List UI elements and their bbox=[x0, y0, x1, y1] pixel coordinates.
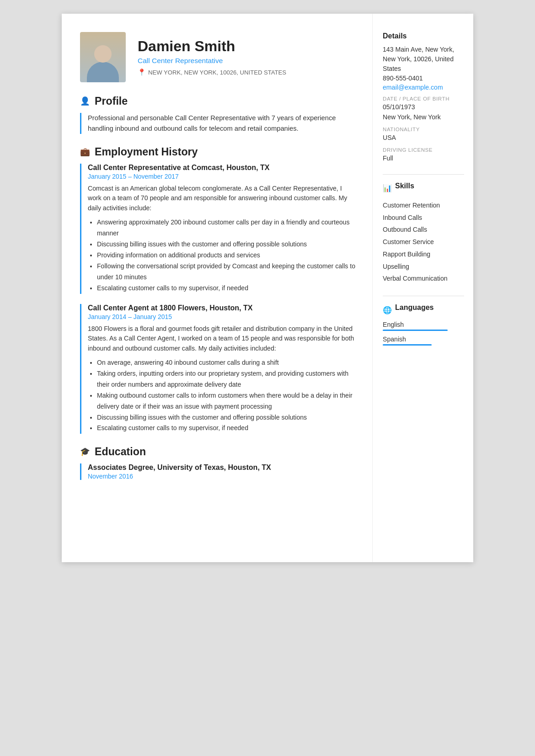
languages-list: EnglishSpanish bbox=[383, 321, 464, 346]
detail-nationality: USA bbox=[383, 133, 464, 143]
main-column: Damien Smith Call Center Representative … bbox=[62, 14, 373, 562]
skill-item: Customer Retention bbox=[383, 199, 464, 212]
skills-icon: 📊 bbox=[383, 184, 392, 192]
detail-phone: 890-555-0401 bbox=[383, 74, 464, 83]
profile-text: Professional and personable Call Center … bbox=[80, 113, 356, 134]
job-title-1: Call Center Representative at Comcast, H… bbox=[88, 164, 356, 172]
dob-label: DATE / PLACE OF BIRTH bbox=[383, 96, 464, 101]
education-section: 🎓 Education Associates Degree, Universit… bbox=[80, 446, 356, 480]
job-dates-1: January 2015 – November 2017 bbox=[88, 173, 356, 180]
candidate-location: 📍 NEW YORK, NEW YORK, 10026, UNITED STAT… bbox=[138, 69, 356, 76]
languages-icon: 🌐 bbox=[383, 306, 392, 314]
skills-title: Skills bbox=[395, 182, 414, 190]
bullet-item: Taking orders, inputting orders into our… bbox=[97, 368, 356, 390]
skill-item: Verbal Communication bbox=[383, 272, 464, 285]
skill-item: Rapport Building bbox=[383, 248, 464, 261]
edu-date-1: November 2016 bbox=[88, 473, 356, 480]
profile-section: 👤 Profile Professional and personable Ca… bbox=[80, 95, 356, 134]
driving-label: DRIVING LICENSE bbox=[383, 147, 464, 153]
header-info: Damien Smith Call Center Representative … bbox=[138, 38, 356, 76]
skill-item: Upselling bbox=[383, 261, 464, 273]
language-item: English bbox=[383, 321, 464, 331]
profile-icon: 👤 bbox=[80, 96, 90, 106]
skill-item: Customer Service bbox=[383, 236, 464, 248]
detail-driving: Full bbox=[383, 154, 464, 163]
detail-address: 143 Main Ave, New York, New York, 10026,… bbox=[383, 45, 464, 74]
header-section: Damien Smith Call Center Representative … bbox=[80, 32, 356, 82]
resume-document: Damien Smith Call Center Representative … bbox=[62, 14, 473, 562]
language-bar bbox=[383, 330, 448, 331]
detail-dob: 05/10/1973 bbox=[383, 102, 464, 112]
language-bar bbox=[383, 344, 432, 346]
bullet-item: Providing information on additional prod… bbox=[97, 250, 356, 261]
skills-title-row: 📊 Skills bbox=[383, 182, 464, 195]
employment-icon: 💼 bbox=[80, 147, 90, 157]
bullet-item: On average, answering 40 inbound custome… bbox=[97, 357, 356, 368]
details-title: Details bbox=[383, 32, 464, 40]
edu-block-1: Associates Degree, University of Texas, … bbox=[80, 463, 356, 480]
job-bullets-2: On average, answering 40 inbound custome… bbox=[88, 357, 356, 434]
job-dates-2: January 2014 – January 2015 bbox=[88, 313, 356, 320]
profile-section-title: Profile bbox=[95, 95, 128, 107]
skills-list: Customer RetentionInbound CallsOutbound … bbox=[383, 199, 464, 285]
job-block-2: Call Center Agent at 1800 Flowers, Houst… bbox=[80, 304, 356, 434]
location-icon: 📍 bbox=[138, 69, 146, 76]
sidebar-divider-1 bbox=[383, 174, 464, 175]
education-section-title: Education bbox=[95, 446, 146, 458]
skill-item: Outbound Calls bbox=[383, 224, 464, 236]
detail-email[interactable]: email@example.com bbox=[383, 84, 443, 91]
sidebar-column: Details 143 Main Ave, New York, New York… bbox=[373, 14, 473, 562]
employment-title-row: 💼 Employment History bbox=[80, 146, 356, 158]
sidebar-divider-2 bbox=[383, 296, 464, 296]
avatar bbox=[80, 32, 126, 82]
details-section: Details 143 Main Ave, New York, New York… bbox=[383, 32, 464, 163]
skills-section: 📊 Skills Customer RetentionInbound Calls… bbox=[383, 182, 464, 285]
bullet-item: Answering approximately 200 inbound cust… bbox=[97, 217, 356, 239]
languages-title-row: 🌐 Languages bbox=[383, 303, 464, 316]
language-name: English bbox=[383, 321, 464, 328]
language-item: Spanish bbox=[383, 335, 464, 346]
job-bullets-1: Answering approximately 200 inbound cust… bbox=[88, 217, 356, 293]
bullet-item: Discussing billing issues with the custo… bbox=[97, 412, 356, 423]
employment-section-title: Employment History bbox=[95, 146, 198, 158]
bullet-item: Escalating customer calls to my supervis… bbox=[97, 423, 356, 434]
nationality-label: NATIONALITY bbox=[383, 127, 464, 132]
job-desc-2: 1800 Flowers is a floral and gourmet foo… bbox=[88, 324, 356, 354]
languages-title: Languages bbox=[395, 303, 433, 312]
job-block-1: Call Center Representative at Comcast, H… bbox=[80, 164, 356, 294]
job-title-2: Call Center Agent at 1800 Flowers, Houst… bbox=[88, 304, 356, 312]
candidate-title: Call Center Representative bbox=[138, 57, 356, 65]
bullet-item: Following the conversational script prov… bbox=[97, 261, 356, 283]
candidate-name: Damien Smith bbox=[138, 38, 356, 55]
language-name: Spanish bbox=[383, 335, 464, 343]
job-desc-1: Comcast is an American global telecom co… bbox=[88, 184, 356, 213]
bullet-item: Escalating customer calls to my supervis… bbox=[97, 283, 356, 294]
detail-dob-place: New York, New York bbox=[383, 112, 464, 122]
bullet-item: Discussing billing issues with the custo… bbox=[97, 239, 356, 250]
skill-item: Inbound Calls bbox=[383, 212, 464, 224]
education-icon: 🎓 bbox=[80, 447, 90, 457]
edu-title-1: Associates Degree, University of Texas, … bbox=[88, 463, 356, 472]
profile-title-row: 👤 Profile bbox=[80, 95, 356, 107]
bullet-item: Making outbound customer calls to inform… bbox=[97, 390, 356, 412]
education-title-row: 🎓 Education bbox=[80, 446, 356, 458]
employment-section: 💼 Employment History Call Center Represe… bbox=[80, 146, 356, 434]
languages-section: 🌐 Languages EnglishSpanish bbox=[383, 303, 464, 346]
